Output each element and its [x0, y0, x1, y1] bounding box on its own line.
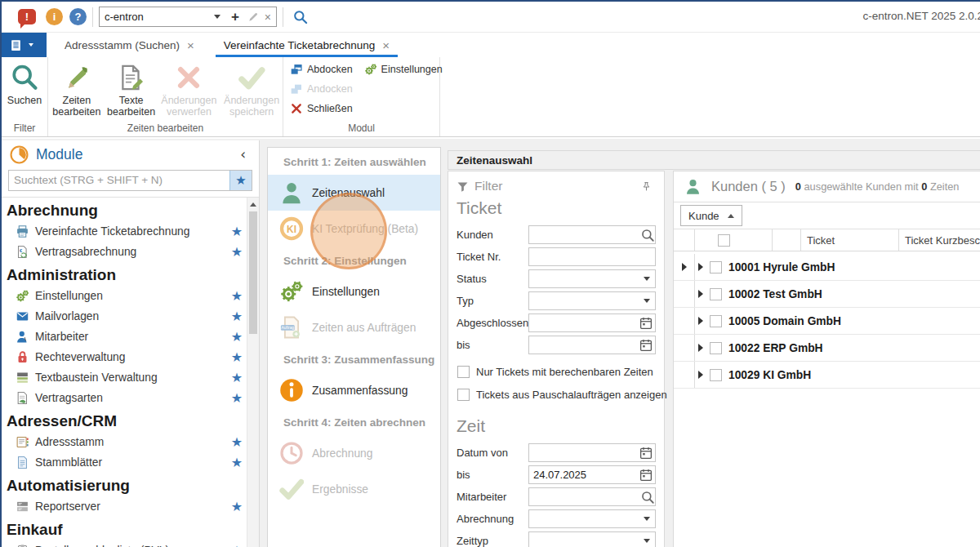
group-by-kunde-button[interactable]: Kunde — [680, 205, 742, 226]
favorite-star-icon[interactable]: ★ — [231, 455, 243, 470]
help-icon[interactable]: ? — [69, 8, 87, 25]
wizard-item-zeiten-aus-aufträgen[interactable]: AuftragZeiten aus Aufträgen — [268, 309, 440, 345]
favorite-star-icon[interactable]: ★ — [231, 434, 243, 450]
sidebar-item-stammblätter[interactable]: Stammblätter★ — [2, 452, 259, 473]
zeiten-bearbeiten-button[interactable]: Zeiten bearbeiten — [48, 61, 105, 118]
checkbox[interactable] — [457, 366, 470, 378]
expand-arrow-icon[interactable] — [698, 290, 703, 298]
expand-arrow-icon[interactable] — [698, 371, 703, 379]
chevron-down-icon[interactable] — [639, 539, 655, 543]
tab-close-icon[interactable]: × — [382, 38, 390, 52]
sidebar-item-einstellungen[interactable]: Einstellungen★ — [2, 286, 259, 306]
sidebar-item-mitarbeiter[interactable]: Mitarbeiter★ — [2, 327, 259, 347]
sidebar-scrollbar[interactable] — [247, 198, 259, 547]
wizard-item-ergebnisse[interactable]: Ergebnisse — [268, 471, 440, 507]
calendar-icon[interactable] — [639, 469, 655, 481]
search-icon[interactable] — [640, 229, 655, 242]
field-input[interactable] — [528, 531, 656, 547]
favorite-star-icon[interactable]: ★ — [231, 309, 243, 324]
favorite-star-icon[interactable]: ★ — [231, 390, 243, 406]
tab-vereinfachte-ticketabrechnung[interactable]: Vereinfachte Ticketabrechnung × — [216, 33, 398, 57]
scroll-up-icon[interactable] — [247, 198, 259, 211]
expand-arrow-icon[interactable] — [698, 317, 703, 325]
wizard-item-zusammenfassung[interactable]: Zusammenfassung — [268, 372, 440, 408]
column-ticket-kurzbeschreibung[interactable]: Ticket Kurzbeschreibung — [899, 229, 980, 251]
module-search-input[interactable]: Suchtext (STRG + SHIFT + N) ★ — [8, 170, 252, 191]
field-input[interactable] — [528, 509, 656, 528]
sidebar-section-einkauf[interactable]: Einkauf — [2, 517, 259, 540]
field-input[interactable] — [528, 247, 656, 266]
customer-row[interactable]: 10005 Domain GmbH — [674, 308, 980, 335]
wizard-item-abrechnung[interactable]: Abrechnung — [268, 435, 440, 471]
schliessen-button[interactable]: Schließen — [290, 102, 353, 115]
sidebar-item-vereinfachte-ticketabrechnung[interactable]: Vereinfachte Ticketabrechnung★ — [2, 221, 259, 242]
calendar-icon[interactable] — [639, 447, 655, 459]
scrollbar-thumb[interactable] — [249, 211, 257, 334]
column-ticket[interactable]: Ticket — [801, 229, 899, 251]
calendar-icon[interactable] — [639, 339, 655, 351]
favorite-star-icon[interactable]: ★ — [231, 288, 243, 304]
window-list-button[interactable] — [2, 33, 47, 57]
field-input[interactable] — [528, 269, 656, 288]
filter-checkbox-tickets-aus-pauschalaufträgen-anzeigen[interactable]: Tickets aus Pauschalaufträgen anzeigen — [457, 383, 656, 406]
chevron-down-icon[interactable] — [639, 299, 655, 303]
sidebar-section-adressen-crm[interactable]: Adressen/CRM — [2, 408, 259, 432]
edit-pencil-icon[interactable] — [247, 11, 259, 23]
favorite-star-icon[interactable]: ★ — [231, 349, 243, 365]
customer-row[interactable]: 10001 Hyrule GmbH — [674, 254, 980, 281]
row-checkbox[interactable] — [710, 288, 722, 300]
customer-row[interactable]: 10029 KI GmbH — [674, 362, 980, 389]
modul-einstellungen-button[interactable]: Einstellungen — [364, 63, 443, 76]
calendar-icon[interactable] — [639, 317, 655, 329]
sidebar-item-bestellvorschlagliste-bvl[interactable]: Bestellvorschlagliste (BVL)★ — [2, 540, 259, 547]
favorites-filter-button[interactable]: ★ — [229, 171, 252, 190]
search-icon[interactable] — [640, 491, 655, 504]
customer-row[interactable]: 10022 ERP GmbH — [674, 335, 980, 362]
favorite-star-icon[interactable]: ★ — [231, 370, 243, 385]
row-checkbox[interactable] — [710, 315, 722, 327]
profile-combobox[interactable]: c-entron + × — [99, 7, 277, 27]
filter-checkbox-nur-tickets-mit-berechenbaren-zeiten[interactable]: Nur Tickets mit berechenbaren Zeiten — [457, 360, 656, 383]
suchen-button[interactable]: Suchen — [2, 61, 47, 106]
tab-adressstamm[interactable]: Adressstamm (Suchen) × — [56, 33, 203, 57]
field-input[interactable] — [528, 336, 656, 354]
favorite-star-icon[interactable]: ★ — [231, 244, 243, 260]
checkbox[interactable] — [457, 389, 470, 401]
aenderungen-verwerfen-button[interactable]: Änderungen verwerfen — [158, 61, 221, 118]
tab-close-icon[interactable]: × — [187, 38, 194, 52]
search-icon[interactable] — [292, 9, 309, 25]
chevron-down-icon[interactable] — [639, 517, 655, 521]
row-checkbox[interactable] — [710, 261, 722, 274]
sidebar-section-abrechnung[interactable]: Abrechnung — [2, 198, 259, 221]
favorite-star-icon[interactable]: ★ — [231, 224, 243, 239]
expand-arrow-icon[interactable] — [698, 344, 703, 352]
field-input[interactable] — [528, 443, 656, 462]
sidebar-item-vertragsarten[interactable]: Vertragsarten★ — [2, 388, 259, 408]
sidebar-item-rechteverwaltung[interactable]: Rechteverwaltung★ — [2, 347, 259, 367]
sidebar-item-vertragsabrechnung[interactable]: €Vertragsabrechnung★ — [2, 242, 259, 262]
field-input[interactable] — [528, 225, 656, 244]
sidebar-section-administration[interactable]: Administration — [2, 262, 259, 286]
chevron-down-icon[interactable] — [639, 277, 655, 281]
info-icon[interactable]: i — [46, 8, 63, 25]
row-checkbox[interactable] — [710, 369, 722, 381]
sidebar-item-reportserver[interactable]: Reportserver★ — [2, 496, 259, 517]
sidebar-item-textbaustein-verwaltung[interactable]: Textbaustein Verwaltung★ — [2, 367, 259, 388]
sidebar-section-automatisierung[interactable]: Automatisierung — [2, 473, 259, 496]
select-all-checkbox[interactable] — [718, 234, 730, 247]
sidebar-item-adressstamm[interactable]: Adressstamm★ — [2, 432, 259, 452]
add-profile-icon[interactable]: + — [231, 10, 239, 24]
customer-row[interactable]: 10002 Test GmbH — [674, 281, 980, 308]
favorite-star-icon[interactable]: ★ — [231, 329, 243, 345]
abdocken-button[interactable]: Abdocken — [290, 63, 353, 76]
andocken-button[interactable]: Andocken — [290, 82, 353, 96]
expand-arrow-icon[interactable] — [698, 263, 703, 271]
pin-icon[interactable] — [641, 181, 652, 192]
field-input[interactable] — [528, 314, 656, 332]
remove-profile-icon[interactable]: × — [265, 11, 271, 24]
column-select-all[interactable] — [695, 229, 773, 251]
aenderungen-speichern-button[interactable]: Änderungen speichern — [220, 61, 283, 118]
chevron-down-icon[interactable] — [214, 15, 220, 19]
favorite-star-icon[interactable]: ★ — [231, 543, 243, 547]
field-input[interactable]: 24.07.2025 — [528, 465, 656, 484]
